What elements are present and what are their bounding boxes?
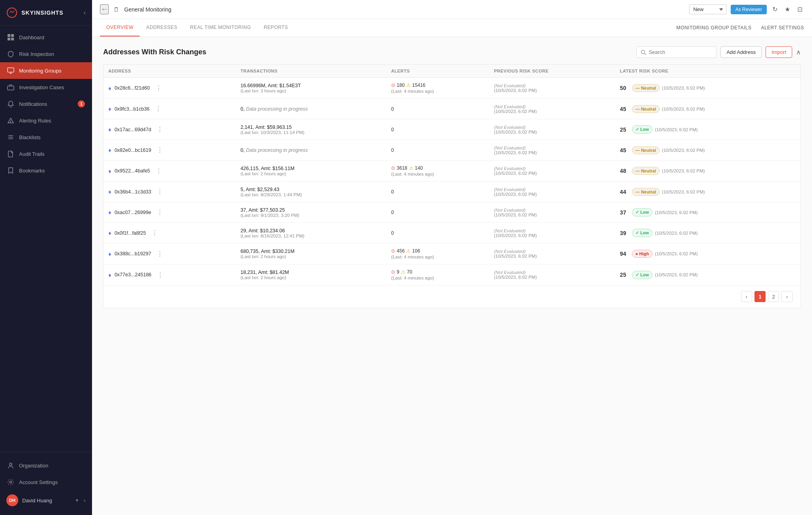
sidebar-item-label: Audit Trails [19,151,44,157]
transactions-cell: 5, Amt: $2,529.43 (Last txn: 8/29/2023, … [236,182,386,202]
latest-time: (10/5/2023, 6:02 PM) [662,86,705,90]
latest-time: (10/5/2023, 6:02 PM) [655,272,698,277]
eth-icon: ♦ [108,272,111,278]
page-1-button[interactable]: 1 [754,291,766,302]
alert-warning-count: 106 [412,248,420,254]
page-2-button[interactable]: 2 [768,291,779,302]
latest-time: (10/5/2023, 6:02 PM) [662,190,705,194]
notifications-badge: 1 [78,100,85,107]
address-text: 0x17ac...69d47d [115,127,151,132]
sidebar-item-dashboard[interactable]: Dashboard [0,29,92,46]
address-text: 0xac07...26999e [115,210,151,215]
prev-risk-cell: (Not Evaluated) (10/5/2023, 6:02 PM) [489,223,615,243]
tabs-bar: Overview Addresses Real Time Monitoring … [92,19,812,37]
alert-settings-link[interactable]: Alert Settings [761,19,804,36]
txn-main: 680,735, Amt: $330.21M [240,249,382,254]
import-button[interactable]: Import [766,46,792,58]
next-page-button[interactable]: › [781,291,793,302]
sidebar-item-bookmarks[interactable]: Bookmarks [0,162,92,179]
latest-score: 37 [620,209,630,216]
row-menu-button[interactable]: ⋮ [154,124,166,135]
sidebar-bottom: Organization Account Settings DH David H… [0,452,92,515]
latest-risk-cell: 39 ✓ Low (10/5/2023, 6:02 PM) [615,223,800,243]
eth-icon: ♦ [108,251,111,257]
alert-critical-count: 456 [397,248,405,254]
table-row: ♦ 0xac07...26999e ⋮ 37, Amt: $77,503.25 … [104,202,800,223]
user-row[interactable]: DH David Huang ▾ ‹ [0,490,92,510]
monitoring-group-details-link[interactable]: Monitoring Group Details [676,19,751,36]
back-button[interactable]: ← [100,4,109,14]
sidebar-item-label: Organization [19,463,48,469]
table-row: ♦ 0x77e3...245186 ⋮ 18,231, Amt: $81.42M… [104,264,800,285]
svg-point-12 [10,463,12,465]
alert-critical-icon: ⊙ [391,165,395,171]
section-header: Addresses With Risk Changes Add Address … [103,46,801,58]
data-processing-text: Data processing in progress [246,147,308,153]
tab-overview[interactable]: Overview [100,19,140,36]
sidebar-item-monitoring-groups[interactable]: Monitoring Groups [0,62,92,79]
risk-cell: 45 — Neutral (10/5/2023, 6:02 PM) [620,105,796,113]
alert-row: ⊙ 3618 ⚠ 140 [391,165,484,171]
section-collapse-button[interactable]: ∧ [796,48,801,56]
star-button[interactable]: ★ [783,4,792,15]
transactions-cell: 18,231, Amt: $81.42M (Last txn: 2 hours … [236,264,386,285]
txn-main: 29, Amt: $10,234.06 [240,228,382,234]
row-menu-button[interactable]: ⋮ [153,83,165,94]
latest-score: 25 [620,126,630,133]
risk-cell: 37 ✓ Low (10/5/2023, 6:02 PM) [620,208,796,216]
txn-sub: (Last txn: 2 hours ago) [240,275,382,280]
row-menu-button[interactable]: ⋮ [153,103,164,114]
risk-cell: 25 ✓ Low (10/5/2023, 6:02 PM) [620,125,796,134]
row-menu-button[interactable]: ⋮ [154,186,166,197]
sidebar-item-notifications[interactable]: Notifications 1 [0,96,92,112]
table-row: ♦ 0x9fc3...b1cb36 ⋮ 0, Data processing i… [104,99,800,119]
col-address: ADDRESS [104,65,236,78]
sidebar-item-account-settings[interactable]: Account Settings [0,474,92,490]
row-menu-button[interactable]: ⋮ [154,145,166,155]
txn-main: 16.66996M, Amt: $1.54E3T [240,83,382,88]
layout-button[interactable]: ⊡ [796,4,804,15]
prev-time: (10/5/2023, 6:02 PM) [494,192,610,197]
tab-reports[interactable]: Reports [257,19,294,36]
sidebar-collapse-button[interactable]: ‹ [84,9,86,16]
latest-time: (10/5/2023, 6:02 PM) [655,127,698,132]
svg-rect-4 [11,38,14,40]
add-address-button[interactable]: Add Address [720,46,762,58]
status-select[interactable]: New Active Resolved Closed [689,4,727,14]
row-menu-button[interactable]: ⋮ [153,166,165,176]
sidebar-item-blacklists[interactable]: Blacklists [0,129,92,146]
txn-main: 37, Amt: $77,503.25 [240,207,382,213]
reviewer-button[interactable]: As Reviewer [731,5,767,14]
prev-not-eval: (Not Evaluated) [494,104,610,109]
transactions-cell: 426,115, Amt: $156.11M (Last txn: 2 hour… [236,161,386,182]
sidebar-item-organization[interactable]: Organization [0,457,92,474]
row-menu-button[interactable]: ⋮ [154,249,166,259]
row-menu-button[interactable]: ⋮ [154,207,166,218]
sidebar-item-investigation-cases[interactable]: Investigation Cases [0,79,92,96]
eth-icon: ♦ [108,230,111,236]
alert-zero: 0 [391,106,394,112]
refresh-button[interactable]: ↻ [771,4,779,15]
prev-not-eval: (Not Evaluated) [494,249,610,254]
sidebar-item-alerting-rules[interactable]: Alerting Rules [0,112,92,129]
sidebar-item-risk-inspection[interactable]: Risk Inspection [0,46,92,62]
sidebar-item-label: Notifications [19,101,47,107]
row-menu-button[interactable]: ⋮ [149,228,161,238]
col-prev-risk: PREVIOUS RISK SCORE [489,65,615,78]
row-menu-button[interactable]: ⋮ [155,270,166,280]
transactions-cell: 680,735, Amt: $330.21M (Last txn: 2 hour… [236,243,386,264]
org-icon [7,462,14,469]
latest-score: 45 [620,106,630,112]
prev-page-button[interactable]: ‹ [741,291,752,302]
search-input[interactable] [649,49,712,55]
sidebar-item-audit-trails[interactable]: Audit Trails [0,146,92,162]
briefcase-icon [7,84,14,91]
tab-addresses[interactable]: Addresses [140,19,184,36]
risk-cell: 25 ✓ Low (10/5/2023, 6:02 PM) [620,271,796,279]
prev-risk-cell: (Not Evaluated) (10/5/2023, 6:02 PM) [489,243,615,264]
tab-real-time-monitoring[interactable]: Real Time Monitoring [184,19,257,36]
alert-warning-icon: ⚠ [406,82,411,88]
risk-badge: — Neutral [632,188,660,196]
prev-time: (10/5/2023, 6:02 PM) [494,275,610,280]
sidebar-logo: SKYINSIGHTS ‹ [0,0,92,26]
